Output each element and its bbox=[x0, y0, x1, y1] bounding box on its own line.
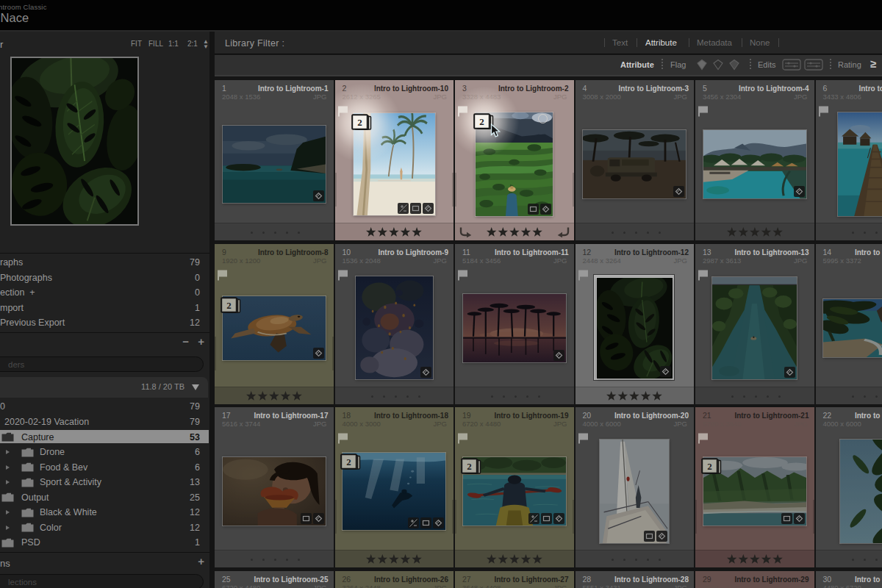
svg-text:2: 2 bbox=[467, 461, 472, 472]
svg-text:2: 2 bbox=[226, 300, 232, 311]
svg-text:2: 2 bbox=[480, 116, 485, 127]
svg-text:2: 2 bbox=[707, 461, 712, 472]
svg-text:2: 2 bbox=[357, 117, 362, 128]
svg-text:2: 2 bbox=[347, 456, 352, 467]
